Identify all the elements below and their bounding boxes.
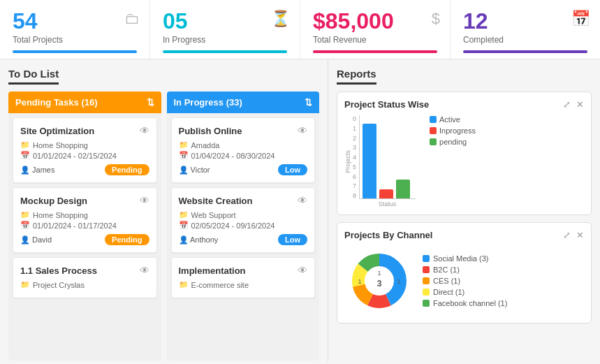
folder-small-icon: 📁	[20, 210, 30, 219]
bar-pending	[396, 180, 410, 198]
task-project: 📁 Home Shopping	[20, 210, 149, 219]
status-chart-title: Project Status Wise	[344, 99, 429, 110]
donut-label-b2c: B2C (1)	[433, 265, 460, 274]
stat-in-progress: 05 In Progress ⏳	[150, 0, 300, 59]
task-title: Site Optimization	[20, 126, 94, 136]
calendar-small-icon: 📅	[20, 151, 30, 160]
task-title: 1.1 Sales Process	[20, 265, 97, 276]
legend-dot-pending	[430, 138, 437, 145]
stat-bar-completed	[463, 50, 587, 53]
stat-label-completed: Completed	[463, 35, 587, 45]
legend-label-active: Active	[439, 115, 460, 124]
inprogress-col-body: Publish Online 👁 📁 Amadda 📅 01/04/2024 -…	[167, 113, 320, 361]
eye-icon[interactable]: 👁	[298, 125, 307, 136]
task-date: 📅 01/01/2024 - 02/15/2024	[20, 151, 149, 160]
calendar-small-icon: 📅	[179, 151, 189, 160]
task-project: 📁 Amadda	[179, 140, 308, 150]
stat-number-completed: 12	[463, 10, 587, 32]
task-project: 📁 E-commerce site	[179, 280, 308, 289]
task-assignee: 👤 Victor	[179, 166, 210, 175]
task-date: 📅 01/01/2024 - 01/17/2024	[20, 221, 149, 230]
stat-label-inprogress: In Progress	[163, 35, 287, 45]
folder-icon: 🗀	[124, 10, 140, 28]
main-content: To Do List Pending Tasks (16) ⇅ Site Opt…	[0, 59, 600, 362]
task-card: Publish Online 👁 📁 Amadda 📅 01/04/2024 -…	[171, 117, 316, 183]
inprogress-col-header: In Progress (33) ⇅	[167, 92, 320, 113]
chart-legend: Active Inprogress pending	[430, 115, 476, 146]
stat-total-revenue: $85,000 Total Revenue $	[300, 0, 451, 59]
close-icon[interactable]: ✕	[576, 99, 584, 110]
task-card: Site Optimization 👁 📁 Home Shopping 📅 01…	[13, 117, 157, 183]
task-title: Mockup Design	[20, 196, 87, 206]
pending-col-title: Pending Tasks (16)	[15, 97, 98, 108]
folder-small-icon: 📁	[179, 210, 189, 219]
svg-text:1: 1	[397, 278, 400, 285]
channel-chart-title: Projects By Channel	[344, 230, 432, 240]
kanban-board: Pending Tasks (16) ⇅ Site Optimization 👁…	[8, 92, 319, 361]
legend-label-inprogress: Inprogress	[439, 126, 476, 135]
channel-chart-card: Projects By Channel ⤢ ✕ 1	[337, 222, 592, 323]
eye-icon[interactable]: 👁	[140, 125, 149, 136]
x-axis-label: Status	[359, 201, 416, 208]
stat-bar-projects	[13, 50, 137, 53]
eye-icon[interactable]: 👁	[298, 195, 307, 206]
task-project: 📁 Home Shopping	[20, 140, 149, 150]
task-title: Publish Online	[179, 126, 242, 136]
expand-icon[interactable]: ⤢	[563, 99, 571, 110]
eye-icon[interactable]: 👁	[298, 265, 307, 276]
close-icon[interactable]: ✕	[576, 230, 584, 240]
folder-small-icon: 📁	[20, 280, 30, 289]
task-badge: Pending	[105, 234, 149, 245]
donut-dot-facebook	[423, 300, 430, 307]
folder-small-icon: 📁	[20, 140, 30, 150]
stat-label-revenue: Total Revenue	[313, 35, 437, 45]
task-title: Website Creation	[179, 196, 253, 206]
task-assignee: 👤 David	[20, 235, 52, 245]
calendar-small-icon: 📅	[20, 221, 30, 230]
folder-small-icon: 📁	[179, 280, 189, 289]
sort-icon-inprogress[interactable]: ⇅	[305, 97, 312, 108]
stat-bar-inprogress	[163, 50, 287, 53]
pending-col-header: Pending Tasks (16) ⇅	[8, 92, 161, 113]
hourglass-icon: ⏳	[271, 10, 290, 28]
task-card: Mockup Design 👁 📁 Home Shopping 📅 01/01/…	[13, 187, 157, 253]
inprogress-column: In Progress (33) ⇅ Publish Online 👁 📁 Am…	[167, 92, 320, 361]
legend-dot-inprogress	[430, 127, 437, 134]
task-assignee: 👤 Anthony	[179, 235, 219, 245]
legend-dot-active	[430, 116, 437, 123]
bar-chart	[359, 115, 416, 199]
donut-dot-ces	[423, 277, 430, 284]
legend-label-pending: pending	[439, 138, 467, 146]
stat-total-projects: 54 Total Projects 🗀	[0, 0, 150, 59]
eye-icon[interactable]: 👁	[140, 265, 149, 276]
status-chart-card: Project Status Wise ⤢ ✕ Projects 8765432…	[337, 92, 592, 215]
donut-label-facebook: Facebook channel (1)	[433, 299, 507, 307]
donut-dot-socialmedia	[423, 255, 430, 262]
stats-bar: 54 Total Projects 🗀 05 In Progress ⏳ $85…	[0, 0, 600, 59]
donut-chart: 1 3 1 1	[344, 246, 414, 316]
eye-icon[interactable]: 👁	[140, 195, 149, 206]
calendar-small-icon: 📅	[179, 221, 189, 230]
stat-completed: 12 Completed 📅	[451, 0, 600, 59]
svg-text:1: 1	[358, 278, 361, 285]
task-date: 📅 02/05/2024 - 09/16/2024	[179, 221, 308, 230]
calendar-icon: 📅	[571, 10, 590, 28]
stat-number-inprogress: 05	[163, 10, 287, 32]
bar-active	[363, 124, 376, 198]
folder-small-icon: 📁	[179, 140, 189, 150]
task-badge: Low	[278, 234, 307, 245]
expand-icon[interactable]: ⤢	[563, 230, 571, 240]
task-card: Implementation 👁 📁 E-commerce site	[171, 257, 316, 298]
task-card: Website Creation 👁 📁 Web Support 📅 02/05…	[171, 187, 316, 253]
svg-text:1: 1	[377, 270, 381, 277]
donut-label-direct: Direct (1)	[433, 288, 464, 296]
todo-panel: To Do List Pending Tasks (16) ⇅ Site Opt…	[0, 59, 328, 362]
task-assignee: 👤 James	[20, 166, 54, 175]
stat-label-projects: Total Projects	[13, 35, 137, 45]
reports-panel: Reports Project Status Wise ⤢ ✕ Projects…	[328, 59, 600, 362]
pending-column: Pending Tasks (16) ⇅ Site Optimization 👁…	[8, 92, 161, 361]
donut-dot-direct	[423, 289, 430, 296]
sort-icon-pending[interactable]: ⇅	[147, 97, 154, 108]
donut-legend: Social Media (3) B2C (1) CES (1) Direct …	[423, 254, 507, 307]
y-axis-label: Projects	[344, 150, 351, 173]
